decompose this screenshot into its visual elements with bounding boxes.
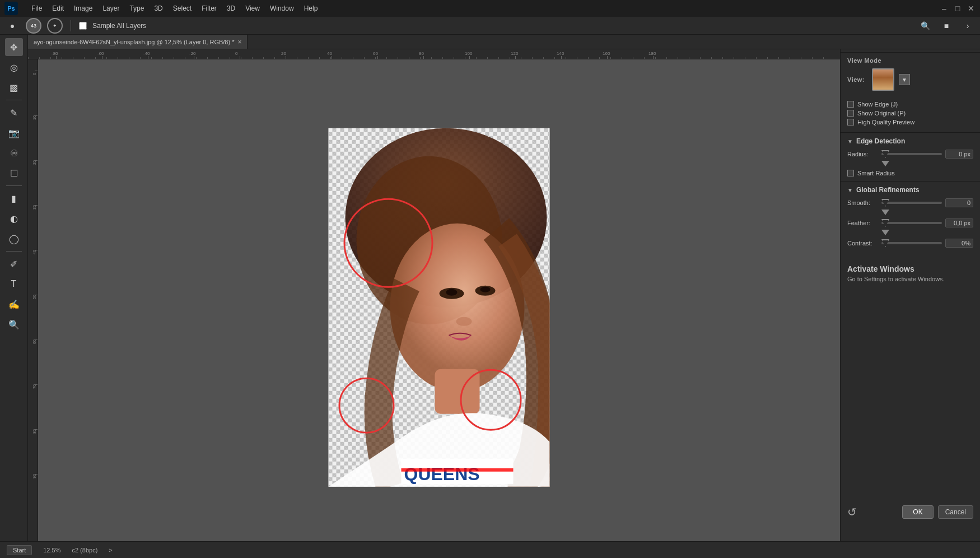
toolbar-sep-1 (6, 100, 22, 100)
feather-slider[interactable] (881, 222, 942, 224)
view-thumbnail-inner (873, 69, 893, 90)
tool-pen[interactable]: ✐ (5, 255, 23, 273)
smart-radius-checkbox[interactable] (847, 170, 854, 176)
undo-button[interactable]: ↺ (847, 505, 857, 519)
feather-value: 0,0 px (945, 218, 973, 227)
maximize-button[interactable]: □ (953, 4, 962, 13)
edge-detection-header[interactable]: ▼ Edge Detection (841, 133, 980, 150)
ok-button[interactable]: OK (902, 505, 933, 519)
show-original-checkbox[interactable] (847, 110, 854, 117)
smooth-row: Smooth: 0 (841, 198, 980, 207)
minimize-button[interactable]: – (940, 4, 949, 13)
smooth-thumb[interactable] (881, 199, 889, 207)
win-activate-subtitle: Go to Settings to activate Windows. (847, 276, 973, 282)
menu-window[interactable]: Window (265, 2, 298, 15)
feather-row: Feather: 0,0 px (841, 218, 980, 227)
tool-zoom[interactable]: 🔍 (5, 315, 23, 333)
start-button[interactable]: Start (7, 545, 32, 555)
brush-shape-btn[interactable]: 43 (26, 18, 41, 34)
title-bar: Ps File Edit Image Layer Type 3D Select … (0, 0, 980, 17)
tool-blur[interactable]: ◐ (5, 210, 23, 227)
radius-label: Radius: (847, 151, 878, 157)
tool-gradient[interactable]: ▮ (5, 189, 23, 207)
tool-clone[interactable]: 📷 (5, 124, 23, 142)
tool-select[interactable]: ✥ (5, 38, 23, 56)
show-edge-label: Show Edge (J) (857, 101, 898, 108)
close-button[interactable]: ✕ (967, 4, 976, 13)
view-label: View: (847, 76, 867, 83)
feather-thumb[interactable] (881, 219, 889, 227)
tool-crop[interactable]: ▩ (5, 78, 23, 96)
contrast-slider[interactable] (881, 242, 942, 244)
smooth-slider[interactable] (881, 202, 942, 204)
document-tab[interactable]: ayo-ogunseinde-6W4F62sN_yl-unsplash.jpg … (28, 35, 248, 49)
brush-size-label: 43 (31, 23, 36, 29)
view-mode-section: View Mode View: ▼ Show Edge (J) Show Ori… (841, 53, 980, 132)
menu-3d-1[interactable]: 3D (150, 2, 167, 15)
tool-lasso[interactable]: ◎ (5, 58, 23, 76)
workspace-icon[interactable]: ■ (939, 18, 954, 34)
svg-text:QUEENS: QUEENS (404, 464, 480, 484)
ruler-left (28, 59, 38, 541)
menu-file[interactable]: File (27, 2, 46, 15)
high-quality-row: High Quality Preview (847, 119, 973, 125)
radius-value: 0 px (945, 150, 973, 159)
menu-image[interactable]: Image (69, 2, 97, 15)
more-icon[interactable]: › (960, 18, 976, 34)
expand-status: > (109, 547, 112, 554)
bit-depth-status: c2 (8bpc) (72, 547, 97, 554)
contrast-row: Contrast: 0% (841, 239, 980, 248)
svg-point-9 (480, 287, 491, 292)
tool-hand[interactable]: ✍ (5, 295, 23, 313)
status-bar: Start 12.5% c2 (8bpc) > (0, 541, 980, 558)
menu-type[interactable]: Type (125, 2, 148, 15)
smooth-label: Smooth: (847, 199, 878, 206)
menu-select[interactable]: Select (169, 2, 196, 15)
toolbar-sep-2 (6, 185, 22, 186)
left-toolbar: ✥ ◎ ▩ ✎ 📷 ♾ ☐ ▮ ◐ ◯ ✐ T ✍ 🔍 (0, 35, 28, 541)
document-tab-filename: ayo-ogunseinde-6W4F62sN_yl-unsplash.jpg … (34, 39, 234, 45)
search-icon[interactable]: 🔍 (917, 18, 933, 34)
radius-slider[interactable] (881, 153, 942, 155)
zoom-status: 12.5% (43, 547, 60, 554)
sample-all-checkbox[interactable] (79, 22, 87, 30)
brush-alt-btn[interactable]: + (47, 18, 63, 34)
menu-help[interactable]: Help (300, 2, 323, 15)
tool-dodge[interactable]: ◯ (5, 230, 23, 248)
ruler-top-canvas (28, 49, 830, 59)
smart-radius-label: Smart Radius (857, 170, 895, 176)
view-row: View: ▼ (847, 68, 973, 91)
toolbar-sep-3 (6, 251, 22, 252)
show-edge-checkbox[interactable] (847, 101, 854, 108)
canvas-area[interactable]: QUEENS (38, 59, 840, 541)
contrast-thumb[interactable] (881, 239, 889, 247)
tool-text[interactable]: T (5, 275, 23, 293)
brush-tool-icon[interactable]: ● (4, 18, 20, 34)
menu-filter[interactable]: Filter (197, 2, 221, 15)
menu-view[interactable]: View (241, 2, 264, 15)
radius-thumb[interactable] (881, 150, 889, 158)
view-thumbnail[interactable] (872, 68, 894, 91)
show-original-row: Show Original (P) (847, 110, 973, 117)
view-dropdown-button[interactable]: ▼ (899, 74, 910, 85)
global-refinements-header[interactable]: ▼ Global Refinements (841, 182, 980, 198)
menu-layer[interactable]: Layer (98, 2, 124, 15)
tool-history-brush[interactable]: ♾ (5, 144, 23, 162)
tab-close-button[interactable]: × (237, 38, 241, 46)
options-bar: ● 43 + Sample All Layers 🔍 ■ › (0, 17, 980, 35)
menu-3d-2[interactable]: 3D (222, 2, 240, 15)
high-quality-checkbox[interactable] (847, 119, 854, 125)
tool-brush[interactable]: ✎ (5, 104, 23, 122)
tool-eraser[interactable]: ☐ (5, 164, 23, 182)
options-sep-1 (71, 20, 71, 31)
contrast-value: 0% (945, 239, 973, 248)
tab-bar: ayo-ogunseinde-6W4F62sN_yl-unsplash.jpg … (28, 35, 980, 49)
global-ref-label: Global Refinements (856, 186, 920, 194)
contrast-label: Contrast: (847, 240, 878, 247)
menu-edit[interactable]: Edit (48, 2, 68, 15)
action-area: ↺ OK Cancel (841, 505, 980, 519)
title-bar-left: Ps File Edit Image Layer Type 3D Select … (4, 2, 322, 15)
ps-logo: Ps (4, 2, 18, 15)
cancel-button[interactable]: Cancel (938, 505, 973, 519)
sample-all-label: Sample All Layers (92, 22, 146, 30)
